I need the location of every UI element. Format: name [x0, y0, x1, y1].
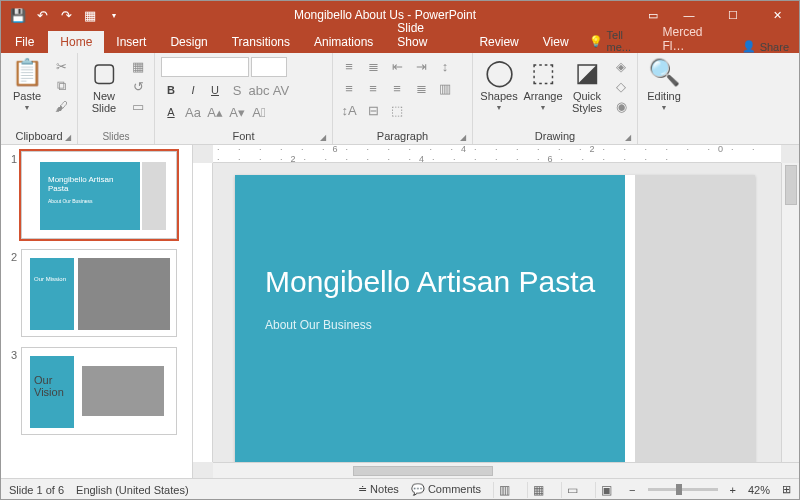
grow-font-icon[interactable]: A▴	[205, 103, 225, 121]
fit-to-window-icon[interactable]: ⊞	[782, 483, 791, 496]
font-name-combo[interactable]	[161, 57, 249, 77]
slide-canvas[interactable]: Mongibello Artisan Pasta About Our Busin…	[213, 163, 781, 462]
tab-slideshow[interactable]: Slide Show	[385, 17, 467, 53]
shape-effects-icon[interactable]: ◉	[611, 97, 631, 115]
account-name[interactable]: Merced Fl…	[656, 25, 731, 53]
quick-styles-button[interactable]: ◪Quick Styles	[567, 57, 607, 114]
tell-me[interactable]: 💡Tell me...	[581, 29, 657, 53]
zoom-in-icon[interactable]: +	[730, 484, 736, 496]
tab-home[interactable]: Home	[48, 31, 104, 53]
shadow-button[interactable]: S	[227, 81, 247, 99]
smartart-icon[interactable]: ⬚	[387, 101, 407, 119]
thumb-2[interactable]: 2 Our Mission	[5, 249, 188, 337]
ribbon-tabs: File Home Insert Design Transitions Anim…	[1, 29, 799, 53]
language[interactable]: English (United States)	[76, 484, 189, 496]
zoom-out-icon[interactable]: −	[629, 484, 635, 496]
slide-title[interactable]: Mongibello Artisan Pasta	[265, 265, 599, 300]
arrange-icon: ⬚	[531, 57, 556, 88]
layout-icon[interactable]: ▦	[128, 57, 148, 75]
new-slide-icon: ▢	[92, 57, 117, 88]
align-left-icon[interactable]: ≡	[339, 79, 359, 97]
section-icon[interactable]: ▭	[128, 97, 148, 115]
share-icon: 👤	[742, 40, 756, 53]
tab-animations[interactable]: Animations	[302, 31, 385, 53]
columns-icon[interactable]: ▥	[435, 79, 455, 97]
dialog-launcher-icon[interactable]: ◢	[320, 133, 326, 142]
redo-icon[interactable]: ↷	[55, 4, 77, 26]
sorter-view-icon[interactable]: ▦	[527, 482, 549, 498]
clear-format-icon[interactable]: A⃠	[249, 103, 269, 121]
change-case-icon[interactable]: Aa	[183, 103, 203, 121]
thumb-1[interactable]: 1 Mongibello Artisan PastaAbout Our Busi…	[5, 151, 188, 239]
shrink-font-icon[interactable]: A▾	[227, 103, 247, 121]
zoom-slider[interactable]	[648, 488, 718, 491]
align-center-icon[interactable]: ≡	[363, 79, 383, 97]
strike-button[interactable]: abc	[249, 81, 269, 99]
shape-fill-icon[interactable]: ◈	[611, 57, 631, 75]
lightbulb-icon: 💡	[589, 35, 603, 48]
start-from-beginning-icon[interactable]: ▦	[79, 4, 101, 26]
line-spacing-icon[interactable]: ↕	[435, 57, 455, 75]
group-editing: 🔍Editing▼	[638, 53, 690, 144]
increase-indent-icon[interactable]: ⇥	[411, 57, 431, 75]
qat-customize-icon[interactable]: ▾	[103, 4, 125, 26]
comments-button[interactable]: 💬 Comments	[411, 483, 481, 496]
vertical-scrollbar[interactable]	[781, 163, 799, 462]
font-size-combo[interactable]	[251, 57, 287, 77]
shape-outline-icon[interactable]: ◇	[611, 77, 631, 95]
character-spacing-icon[interactable]: AV	[271, 81, 291, 99]
horizontal-ruler: · · · · · ·6· · · · · ·4· · · · · ·2· · …	[213, 145, 781, 163]
italic-button[interactable]: I	[183, 81, 203, 99]
dialog-launcher-icon[interactable]: ◢	[460, 133, 466, 142]
share-button[interactable]: 👤Share	[732, 40, 799, 53]
close-icon[interactable]: ✕	[755, 1, 799, 29]
numbering-icon[interactable]: ≣	[363, 57, 383, 75]
cut-icon[interactable]: ✂	[51, 57, 71, 75]
save-icon[interactable]: 💾	[7, 4, 29, 26]
tab-transitions[interactable]: Transitions	[220, 31, 302, 53]
notes-button[interactable]: ≐ Notes	[358, 483, 399, 496]
align-text-icon[interactable]: ⊟	[363, 101, 383, 119]
font-color-icon[interactable]: A	[161, 103, 181, 121]
slide-subtitle[interactable]: About Our Business	[265, 318, 599, 332]
dialog-launcher-icon[interactable]: ◢	[65, 133, 71, 142]
tab-view[interactable]: View	[531, 31, 581, 53]
group-slides: ▢ New Slide ▦ ↺ ▭ Slides	[78, 53, 155, 144]
horizontal-scrollbar[interactable]	[213, 462, 799, 478]
paste-button[interactable]: 📋 Paste ▼	[7, 57, 47, 111]
workspace: 1 Mongibello Artisan PastaAbout Our Busi…	[1, 145, 799, 478]
vertical-ruler	[193, 163, 213, 462]
dialog-launcher-icon[interactable]: ◢	[625, 133, 631, 142]
editing-button[interactable]: 🔍Editing▼	[644, 57, 684, 111]
tab-review[interactable]: Review	[467, 31, 530, 53]
tab-insert[interactable]: Insert	[104, 31, 158, 53]
copy-icon[interactable]: ⧉	[51, 77, 71, 95]
slide-1[interactable]: Mongibello Artisan Pasta About Our Busin…	[235, 175, 755, 462]
reset-icon[interactable]: ↺	[128, 77, 148, 95]
align-right-icon[interactable]: ≡	[387, 79, 407, 97]
tab-file[interactable]: File	[1, 31, 48, 53]
reading-view-icon[interactable]: ▭	[561, 482, 583, 498]
shapes-icon: ◯	[485, 57, 514, 88]
normal-view-icon[interactable]: ▥	[493, 482, 515, 498]
slide-position[interactable]: Slide 1 of 6	[9, 484, 64, 496]
text-direction-icon[interactable]: ↕A	[339, 101, 359, 119]
slideshow-view-icon[interactable]: ▣	[595, 482, 617, 498]
thumb-3[interactable]: 3 Our Vision	[5, 347, 188, 435]
zoom-level[interactable]: 42%	[748, 484, 770, 496]
bullets-icon[interactable]: ≡	[339, 57, 359, 75]
status-bar: Slide 1 of 6 English (United States) ≐ N…	[1, 478, 799, 500]
undo-icon[interactable]: ↶	[31, 4, 53, 26]
arrange-button[interactable]: ⬚Arrange▼	[523, 57, 563, 111]
decrease-indent-icon[interactable]: ⇤	[387, 57, 407, 75]
underline-button[interactable]: U	[205, 81, 225, 99]
group-paragraph: ≡ ≣ ⇤ ⇥ ↕ ≡ ≡ ≡ ≣ ▥ ↕A ⊟ ⬚ Paragraph◢	[333, 53, 473, 144]
slide-thumbnail-pane[interactable]: 1 Mongibello Artisan PastaAbout Our Busi…	[1, 145, 193, 478]
quick-access-toolbar: 💾 ↶ ↷ ▦ ▾	[1, 4, 131, 26]
bold-button[interactable]: B	[161, 81, 181, 99]
justify-icon[interactable]: ≣	[411, 79, 431, 97]
new-slide-button[interactable]: ▢ New Slide	[84, 57, 124, 114]
tab-design[interactable]: Design	[158, 31, 219, 53]
format-painter-icon[interactable]: 🖌	[51, 97, 71, 115]
shapes-button[interactable]: ◯Shapes▼	[479, 57, 519, 111]
